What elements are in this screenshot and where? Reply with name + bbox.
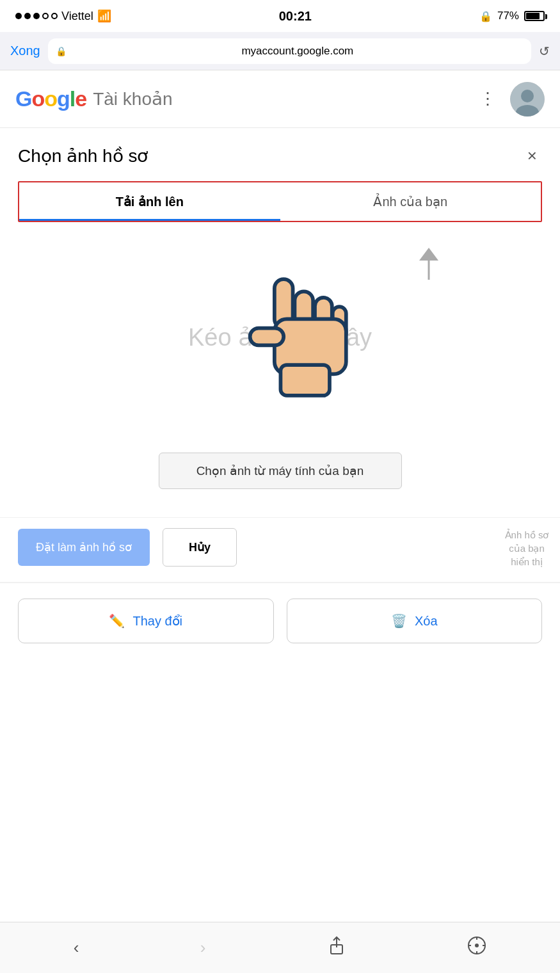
drop-zone-text: Kéo ảnh vào đây	[188, 323, 372, 351]
modal-header: Chọn ảnh hồ sơ ×	[0, 128, 560, 168]
modal-overlay: Chọn ảnh hồ sơ × Tải ảnh lên Ảnh của bạn	[0, 128, 560, 582]
refresh-button[interactable]: ↺	[539, 44, 550, 59]
close-button[interactable]: ×	[522, 143, 542, 168]
avatar-image	[510, 82, 545, 117]
back-chevron-icon: ‹	[74, 938, 79, 957]
bottom-actions: ✏️ Thay đổi 🗑️ Xóa	[0, 582, 560, 659]
dot4	[42, 13, 49, 19]
dot2	[24, 13, 31, 19]
tab-upload-label: Tải ảnh lên	[116, 195, 184, 209]
g-red2: e	[75, 86, 86, 111]
set-photo-button[interactable]: Đặt làm ảnh hồ sơ	[18, 529, 150, 566]
dot1	[15, 13, 22, 19]
google-logo-area: Google Tài khoản	[15, 86, 173, 111]
browser-done-button[interactable]: Xong	[10, 44, 40, 58]
google-logo: Google	[15, 86, 86, 111]
user-avatar[interactable]	[510, 82, 545, 117]
delete-button[interactable]: 🗑️ Xóa	[287, 599, 543, 643]
forward-button[interactable]: ›	[181, 931, 225, 964]
upload-arrow	[413, 248, 445, 289]
svg-rect-11	[280, 365, 330, 396]
status-right: 🔒 77%	[479, 10, 545, 22]
delete-label: Xóa	[415, 614, 438, 629]
ios-bottom-bar: ‹ ›	[0, 922, 560, 973]
compass-icon	[467, 936, 486, 955]
wifi-icon: 📶	[97, 9, 111, 23]
svg-rect-5	[274, 279, 292, 328]
status-left: Viettel 📶	[15, 9, 111, 23]
svg-point-15	[475, 944, 479, 947]
browser-bar: Xong 🔒 myaccount.google.com ↺	[0, 32, 560, 70]
status-bar: Viettel 📶 00:21 🔒 77%	[0, 0, 560, 32]
url-text: myaccount.google.com	[72, 45, 524, 58]
modal-title: Chọn ảnh hồ sơ	[18, 145, 148, 166]
tab-upload[interactable]: Tải ảnh lên	[19, 182, 280, 221]
g-red: o	[31, 86, 44, 111]
dot5	[51, 13, 58, 19]
account-text: Tài khoản	[93, 88, 172, 109]
svg-point-1	[521, 90, 534, 102]
bottom-spacer	[0, 659, 560, 710]
lock-icon: 🔒	[56, 46, 67, 56]
tab-your-photos[interactable]: Ảnh của bạn	[280, 182, 541, 221]
compass-button[interactable]	[448, 929, 506, 966]
lock-status-icon: 🔒	[479, 10, 492, 22]
url-bar[interactable]: 🔒 myaccount.google.com	[48, 38, 531, 64]
share-button[interactable]	[308, 929, 365, 966]
signal-dots	[15, 13, 58, 19]
back-button[interactable]: ‹	[54, 931, 99, 964]
carrier-label: Viettel	[61, 10, 93, 23]
battery-fill	[526, 13, 540, 19]
battery-percentage: 77%	[497, 10, 519, 22]
action-row: Đặt làm ảnh hồ sơ Hủy Ảnh hồ sơ của bạn …	[0, 517, 560, 582]
share-icon	[327, 936, 346, 955]
g-yellow: o	[44, 86, 57, 111]
forward-chevron-icon: ›	[200, 938, 206, 957]
g-green: l	[70, 86, 75, 111]
trash-icon: 🗑️	[391, 613, 407, 629]
cancel-button[interactable]: Hủy	[163, 528, 237, 567]
header-right: ⋮	[479, 82, 545, 117]
tab-photos-label: Ảnh của bạn	[373, 195, 447, 209]
change-label: Thay đổi	[132, 613, 182, 629]
tab-row: Tải ảnh lên Ảnh của bạn	[18, 181, 542, 222]
dot3	[33, 13, 40, 19]
drop-zone[interactable]: Kéo ảnh vào đây	[0, 222, 560, 453]
g-blue: G	[15, 86, 31, 111]
g-blue2: g	[57, 86, 70, 111]
change-button[interactable]: ✏️ Thay đổi	[18, 599, 274, 643]
svg-marker-4	[419, 248, 438, 261]
choose-file-button[interactable]: Chọn ảnh từ máy tính của bạn	[159, 453, 402, 489]
side-note: Ảnh hồ sơ của bạn hiển thị	[501, 528, 552, 568]
google-header: Google Tài khoản ⋮	[0, 70, 560, 128]
three-dots-menu[interactable]: ⋮	[479, 89, 497, 109]
time-display: 00:21	[279, 9, 312, 24]
pencil-icon: ✏️	[109, 613, 125, 629]
choose-file-area: Chọn ảnh từ máy tính của bạn	[0, 453, 560, 517]
battery-icon	[524, 11, 545, 21]
